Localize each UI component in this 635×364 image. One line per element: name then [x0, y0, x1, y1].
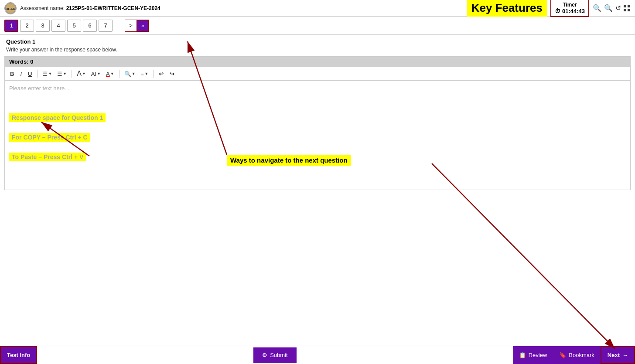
bookmark-icon: 🔖 [559, 352, 566, 358]
annotation-copy: For COPY – Press Ctrl + C [9, 133, 90, 142]
grid-icon[interactable] [624, 5, 631, 12]
ai-dropdown[interactable]: AI ▼ [90, 70, 102, 78]
submit-icon: ⚙ [262, 352, 267, 358]
color-chevron: ▼ [110, 71, 114, 76]
nav-bar: 1 2 3 4 5 6 7 > » [0, 17, 635, 35]
question-instruction: Write your answer in the response space … [6, 47, 629, 53]
toolbar-separator-4 [153, 70, 154, 78]
annotation-response-space: Response space for Question 1 [9, 113, 106, 122]
submit-label: Submit [270, 352, 287, 358]
nav-btn-7[interactable]: 7 [99, 20, 113, 32]
bookmark-btn[interactable]: 🔖 Bookmark [553, 346, 601, 364]
test-info-btn[interactable]: Test Info [0, 346, 37, 364]
list1-icon: ☰ [42, 71, 48, 77]
next-label: Next [608, 352, 620, 358]
italic-btn[interactable]: I [18, 70, 24, 78]
nav-btn-2[interactable]: 2 [20, 20, 34, 32]
next-arrow-icon: → [622, 352, 628, 358]
nav-btn-1[interactable]: 1 [4, 20, 18, 32]
editor-body[interactable]: Please enter text here... Response space… [5, 81, 630, 190]
refresh-icon[interactable]: ↺ [615, 4, 621, 12]
color-label: A [106, 71, 110, 77]
zoom-dropdown[interactable]: 🔍 ▼ [123, 70, 137, 78]
bookmark-label: Bookmark [569, 352, 594, 358]
align-dropdown[interactable]: ≡ ▼ [140, 70, 150, 78]
zoom-in-icon[interactable]: 🔍 [593, 4, 601, 12]
footer-center: ⚙ Submit [37, 347, 512, 363]
nav-btn-3[interactable]: 3 [36, 20, 50, 32]
nav-btn-6[interactable]: 6 [83, 20, 97, 32]
key-features-label: Key Features [467, 0, 547, 17]
footer-right: 📋 Review 🔖 Bookmark Next → [513, 346, 635, 364]
undo-btn[interactable]: ↩ [157, 70, 165, 78]
nav-next-arrow[interactable]: > [125, 20, 137, 32]
svg-text:BEAR: BEAR [6, 7, 16, 11]
timer-icon: ⏱ [555, 8, 560, 14]
svg-line-5 [432, 163, 615, 349]
list1-dropdown[interactable]: ☰ ▼ [41, 70, 53, 78]
zoom-chevron: ▼ [132, 71, 136, 76]
ai-label: AI [91, 71, 96, 77]
next-btn[interactable]: Next → [601, 346, 635, 364]
toolbar-separator-1 [37, 70, 38, 78]
nav-next-group: > » [125, 20, 149, 32]
zoom-out-icon[interactable]: 🔍 [604, 4, 613, 12]
redo-btn[interactable]: ↪ [168, 70, 176, 78]
zoom-icon: 🔍 [124, 71, 131, 77]
question-title: Question 1 [6, 38, 629, 45]
fontsize-label: A [77, 70, 82, 78]
toolbar-separator-3 [119, 70, 119, 78]
timer-display: 01:44:43 [562, 8, 585, 14]
list2-dropdown[interactable]: ☰ ▼ [56, 70, 68, 78]
header-right: Key Features Timer ⏱ 01:44:43 🔍 🔍 ↺ [467, 0, 631, 17]
editor-placeholder: Please enter text here... [9, 85, 626, 92]
review-btn[interactable]: 📋 Review [513, 346, 553, 364]
logo: BEAR [4, 2, 17, 14]
ai-chevron: ▼ [97, 71, 101, 76]
timer-value: ⏱ 01:44:43 [555, 8, 585, 14]
underline-btn[interactable]: U [26, 70, 34, 78]
assessment-label: Assessment name: [20, 5, 65, 11]
bold-btn[interactable]: B [8, 70, 16, 78]
nav-btn-4[interactable]: 4 [51, 20, 65, 32]
color-dropdown[interactable]: A ▼ [105, 70, 116, 78]
timer-title: Timer [563, 2, 577, 8]
nav-double-arrow[interactable]: » [137, 20, 149, 32]
list2-icon: ☰ [57, 71, 62, 77]
nav-btn-5[interactable]: 5 [67, 20, 81, 32]
editor-container: Words: 0 B I U ☰ ▼ ☰ ▼ A ▼ AI ▼ A ▼ 🔍 ▼ [4, 56, 631, 190]
annotation-paste: To Paste – Press Ctrl + V [9, 153, 86, 161]
assessment-name: 2125PS-01-EWRITTEN-GCEN-YE-2024 [66, 5, 160, 11]
annotation-area: Response space for Question 1 For COPY –… [9, 113, 626, 166]
words-bar: Words: 0 [5, 57, 630, 67]
toolbar: B I U ☰ ▼ ☰ ▼ A ▼ AI ▼ A ▼ 🔍 ▼ ≡ [5, 67, 630, 81]
header-icons: 🔍 🔍 ↺ [593, 4, 631, 12]
align-icon: ≡ [141, 71, 144, 77]
header: BEAR Assessment name: 2125PS-01-EWRITTEN… [0, 0, 635, 17]
timer-box: Timer ⏱ 01:44:43 [550, 0, 589, 17]
align-chevron: ▼ [144, 71, 148, 76]
fontsize-dropdown[interactable]: A ▼ [75, 69, 87, 78]
review-icon: 📋 [519, 352, 526, 358]
review-label: Review [529, 352, 547, 358]
fontsize-chevron: ▼ [82, 71, 86, 76]
list1-chevron: ▼ [48, 71, 52, 76]
toolbar-separator-2 [72, 70, 72, 78]
footer: Test Info ⚙ Submit 📋 Review 🔖 Bookmark N… [0, 346, 635, 364]
question-area: Question 1 Write your answer in the resp… [0, 35, 635, 53]
list2-chevron: ▼ [63, 71, 67, 76]
submit-btn[interactable]: ⚙ Submit [253, 347, 296, 363]
